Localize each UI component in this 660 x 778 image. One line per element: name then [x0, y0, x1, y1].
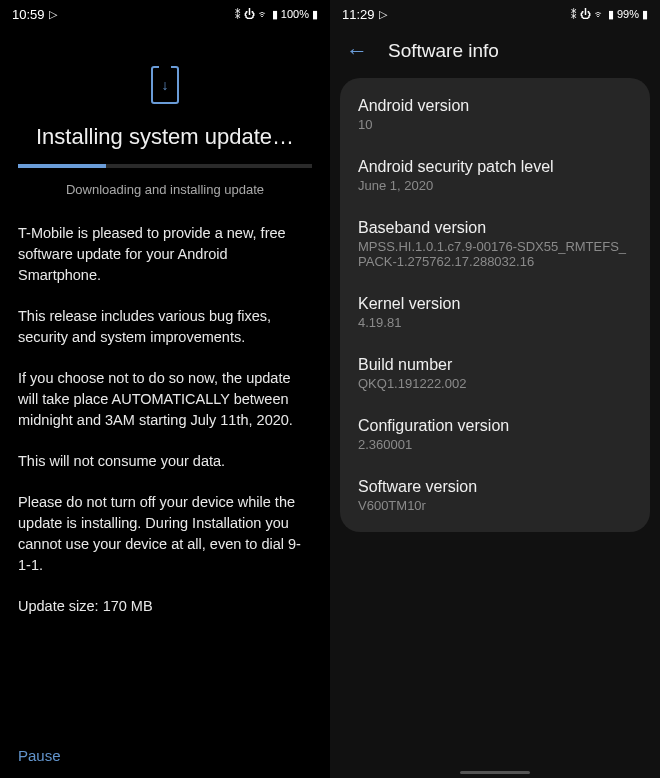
row-security-patch[interactable]: Android security patch level June 1, 202… — [340, 145, 650, 206]
info-value: 2.360001 — [358, 437, 632, 452]
back-arrow-icon[interactable]: ← — [346, 40, 368, 62]
battery-percent: 100% — [281, 8, 309, 20]
info-value: V600TM10r — [358, 498, 632, 513]
wifi-icon: ᯤ — [594, 8, 605, 20]
info-label: Build number — [358, 356, 632, 374]
update-text-3: If you choose not to do so now, the upda… — [18, 368, 312, 431]
home-indicator[interactable] — [460, 771, 530, 774]
update-text-1: T-Mobile is pleased to provide a new, fr… — [18, 223, 312, 286]
update-content: ↓ Installing system update… Downloading … — [0, 28, 330, 634]
wifi-icon: ᯤ — [258, 8, 269, 20]
progress-bar — [18, 164, 312, 168]
info-value: MPSS.HI.1.0.1.c7.9-00176-SDX55_RMTEFS_PA… — [358, 239, 632, 269]
info-label: Software version — [358, 478, 632, 496]
signal-icon: ▮ — [608, 8, 614, 21]
row-kernel[interactable]: Kernel version 4.19.81 — [340, 282, 650, 343]
download-arrow-icon: ↓ — [162, 77, 169, 93]
play-store-icon: ▷ — [49, 8, 57, 21]
row-software-version[interactable]: Software version V600TM10r — [340, 465, 650, 526]
update-body: T-Mobile is pleased to provide a new, fr… — [18, 223, 312, 596]
bluetooth-icon: ⁑ — [571, 8, 577, 21]
update-text-5: Please do not turn off your device while… — [18, 492, 312, 576]
info-value: 10 — [358, 117, 632, 132]
info-label: Android version — [358, 97, 632, 115]
info-value: June 1, 2020 — [358, 178, 632, 193]
status-bar: 11:29 ▷ ⁑ ⏻ ᯤ ▮ 99% ▮ — [330, 0, 660, 28]
info-value: QKQ1.191222.002 — [358, 376, 632, 391]
battery-icon: ▮ — [642, 8, 648, 21]
info-label: Baseband version — [358, 219, 632, 237]
update-phone-icon: ↓ — [18, 66, 312, 104]
signal-icon: ▮ — [272, 8, 278, 21]
battery-icon: ▮ — [312, 8, 318, 21]
update-text-2: This release includes various bug fixes,… — [18, 306, 312, 348]
page-title: Software info — [388, 40, 499, 62]
battery-percent: 99% — [617, 8, 639, 20]
row-build-number[interactable]: Build number QKQ1.191222.002 — [340, 343, 650, 404]
vibrate-icon: ⏻ — [244, 8, 255, 20]
row-android-version[interactable]: Android version 10 — [340, 84, 650, 145]
status-time: 10:59 — [12, 7, 45, 22]
update-text-4: This will not consume your data. — [18, 451, 312, 472]
status-time: 11:29 — [342, 7, 375, 22]
progress-label: Downloading and installing update — [18, 182, 312, 197]
row-config-version[interactable]: Configuration version 2.360001 — [340, 404, 650, 465]
bluetooth-icon: ⁑ — [235, 8, 241, 21]
header-bar: ← Software info — [330, 28, 660, 78]
row-baseband[interactable]: Baseband version MPSS.HI.1.0.1.c7.9-0017… — [340, 206, 650, 282]
phone-software-info: 11:29 ▷ ⁑ ⏻ ᯤ ▮ 99% ▮ ← Software info An… — [330, 0, 660, 778]
info-value: 4.19.81 — [358, 315, 632, 330]
play-store-icon: ▷ — [379, 8, 387, 21]
vibrate-icon: ⏻ — [580, 8, 591, 20]
update-title: Installing system update… — [18, 124, 312, 150]
status-bar: 10:59 ▷ ⁑ ⏻ ᯤ ▮ 100% ▮ — [0, 0, 330, 28]
info-label: Android security patch level — [358, 158, 632, 176]
progress-fill — [18, 164, 106, 168]
info-label: Configuration version — [358, 417, 632, 435]
phone-update-screen: 10:59 ▷ ⁑ ⏻ ᯤ ▮ 100% ▮ ↓ Installing syst… — [0, 0, 330, 778]
update-size: Update size: 170 MB — [18, 598, 312, 614]
info-label: Kernel version — [358, 295, 632, 313]
pause-button[interactable]: Pause — [18, 747, 61, 764]
software-info-card: Android version 10 Android security patc… — [340, 78, 650, 532]
